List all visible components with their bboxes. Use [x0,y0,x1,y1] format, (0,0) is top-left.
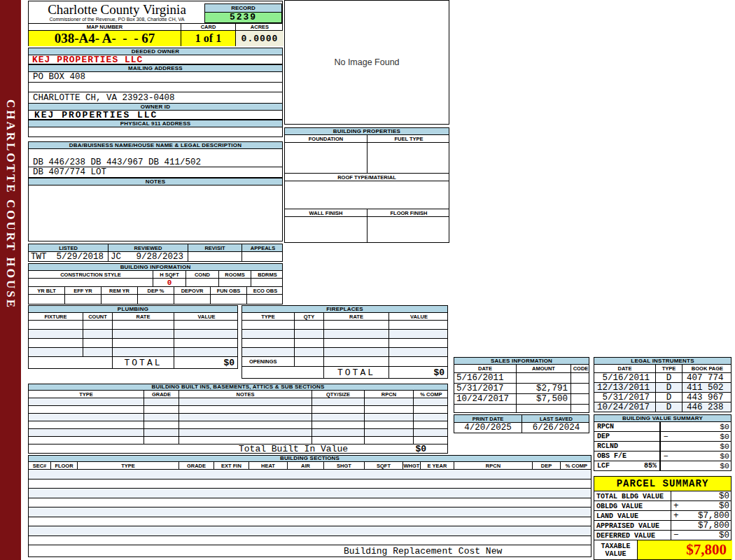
plumbing-headers: FIXTURE COUNT RATE VALUE [28,313,238,321]
sales-row[interactable] [454,405,589,413]
legal-description-box[interactable]: DB 446/238 DB 443/967 DB 411/502 DB 407/… [28,149,283,178]
legal-instruments-title: LEGAL INSTRUMENTS [594,357,732,365]
building-properties-section: BUILDING PROPERTIES FOUNDATION FUEL TYPE… [284,127,449,243]
fireplaces-row[interactable] [241,330,448,339]
yrblt-label: YR BLT [29,287,65,294]
taxable-value: $7,800 [638,540,732,559]
mailing-line-3[interactable]: CHARLOTTE CH, VA 23923-0408 [29,92,282,103]
print-info-headers: PRINT DATE LAST SAVED [454,414,589,423]
building-sections-row[interactable] [28,507,592,517]
floor-finish-value[interactable] [368,217,450,242]
parcel-summary-row: OBLDG VALUE +$0 [594,501,732,511]
appeals-label: APPEALS [242,244,284,251]
property-card-page: CHARLOTTE COURT HOUSE Charlotte County V… [0,0,735,560]
fuel-type-label: FUEL TYPE [368,135,450,142]
roof-header: ROOF TYPE/MATERIAL [284,174,449,181]
plumbing-row[interactable] [28,321,238,330]
deppct-label: DEP % [138,287,174,294]
built-ins-total-label: Total Built In Value [239,444,348,454]
building-sections-title: BUILDING SECTIONS [28,455,592,462]
fireplaces-row[interactable] [241,339,448,348]
mailing-line-1[interactable]: PO BOX 408 [29,72,282,83]
owner-id-value[interactable]: KEJ PROPERTIES LLC [28,111,283,120]
fireplaces-row[interactable] [241,321,448,330]
sales-row[interactable]: 10/24/2017 $7,500 [454,394,589,405]
legal-instrument-row[interactable]: 5/16/2011 D 407 774 [594,373,732,383]
built-ins-row[interactable] [28,421,448,429]
building-sections-row[interactable] [28,536,592,546]
deeded-owner-value[interactable]: KEJ PROPERTIES LLC [28,55,283,64]
built-ins-section: BUILDING BUILT INS, BASEMENTS, ATTICS & … [28,384,448,454]
building-value-summary-title: BUILDING VALUE SUMMARY [594,414,732,422]
fireplaces-total-value: $0 [389,367,449,378]
sales-row[interactable]: 5/31/2017 $2,791 [454,384,589,394]
roof-value[interactable] [284,181,449,209]
built-ins-row[interactable] [28,414,448,421]
building-sections-row[interactable] [28,489,592,498]
parcel-id-headers: MAP NUMBER CARD ACRES [28,23,283,31]
property-image-panel[interactable]: No Image Found [284,0,449,125]
plumbing-section: PLUMBING FIXTURE COUNT RATE VALUE TOTAL … [28,305,238,369]
legal-description-section: DBA/BUISNESS NAME/HOUSE NAME & LEGAL DES… [28,141,283,241]
rooms-value[interactable] [219,279,251,286]
remyr-label: REM YR [102,287,138,294]
fireplaces-row[interactable] [241,348,448,357]
reviewed-value[interactable]: JC9/28/2023 [108,252,188,261]
value-summary-row: RCLND $0 [594,442,732,451]
legal-description-line-1[interactable]: DB 446/238 DB 443/967 DB 411/502 [29,158,282,167]
building-value-summary-section: BUILDING VALUE SUMMARY RPCN $0 DEP −$0 R… [594,414,732,471]
reviewed-label: REVIEWED [108,244,188,251]
acres-value[interactable]: 0.0000 [236,31,284,46]
parcel-summary-title: PARCEL SUMMARY [594,476,732,491]
built-ins-row[interactable] [28,429,448,437]
appeals-value[interactable] [242,252,284,261]
map-number-value[interactable]: 038-A4- A- - - 67 [29,31,181,46]
notes-box[interactable] [28,186,283,241]
sidebar-title: CHARLOTTE COURT HOUSE [0,99,21,309]
built-ins-headers: TYPE GRADE NOTES QTY/SIZE RPCN % COMP [28,391,448,398]
sales-row[interactable]: 5/16/2011 [454,373,589,384]
building-info-values-1: 0 [28,279,283,287]
physical-911-value[interactable] [28,127,283,137]
building-sections-row[interactable] [28,517,592,527]
mailing-line-2[interactable] [29,83,282,92]
revisit-label: REVISIT [188,244,242,251]
last-saved-label: LAST SAVED [522,415,590,422]
plumbing-row[interactable] [28,348,238,357]
built-ins-row[interactable] [28,437,448,444]
building-sections-row[interactable] [28,526,592,536]
plumbing-row[interactable] [28,339,238,348]
legal-instrument-row[interactable]: 5/31/2017 D 443 967 [594,393,732,402]
card-value[interactable]: 1 of 1 [181,31,236,46]
parcel-id-row: MAP NUMBER CARD ACRES 038-A4- A- - - 67 … [28,23,283,46]
listed-value[interactable]: TWT5/29/2018 [29,252,108,261]
building-sections-row[interactable] [28,498,592,508]
cond-value[interactable] [186,279,219,286]
construction-style-value[interactable] [29,279,153,286]
plumbing-row[interactable] [28,330,238,339]
replacement-cost-label: Building Replacement Cost New [344,546,502,556]
hsqft-value[interactable]: 0 [153,279,186,286]
mailing-address-box[interactable]: PO BOX 408 CHARLOTTE CH, VA 23923-0408 [28,72,283,103]
legal-instrument-row[interactable]: 10/24/2017 D 446 238 [594,402,732,412]
revisit-value[interactable] [188,252,242,261]
mailing-address-label: MAILING ADDRESS [28,64,283,72]
built-ins-row[interactable] [28,406,448,414]
bdrms-value[interactable] [251,279,284,286]
record-value[interactable]: 5239 [204,13,282,23]
building-sections-row[interactable] [28,479,592,489]
wall-finish-label: WALL FINISH [285,209,368,216]
foundation-value[interactable] [285,143,368,173]
wall-finish-value[interactable] [285,217,368,242]
header-frame: Charlotte County Virginia Commissioner o… [28,1,283,23]
built-ins-row[interactable] [28,398,448,406]
fireplaces-openings-row[interactable]: OPENINGS [241,357,448,367]
building-sections-row[interactable] [28,470,592,479]
fuel-type-value[interactable] [368,143,450,173]
legal-description-line-2[interactable]: DB 407/774 LOT [29,167,282,177]
legal-instrument-row[interactable]: 12/13/2011 D 411 502 [594,383,732,393]
card-label: CARD [181,24,236,30]
visits-headers: LISTED REVIEWED REVISIT APPEALS [28,244,283,252]
sales-info-title: SALES INFORMATION [454,357,589,365]
building-info-section: BUILDING INFORMATION CONSTRUCTION STYLE … [28,263,283,304]
